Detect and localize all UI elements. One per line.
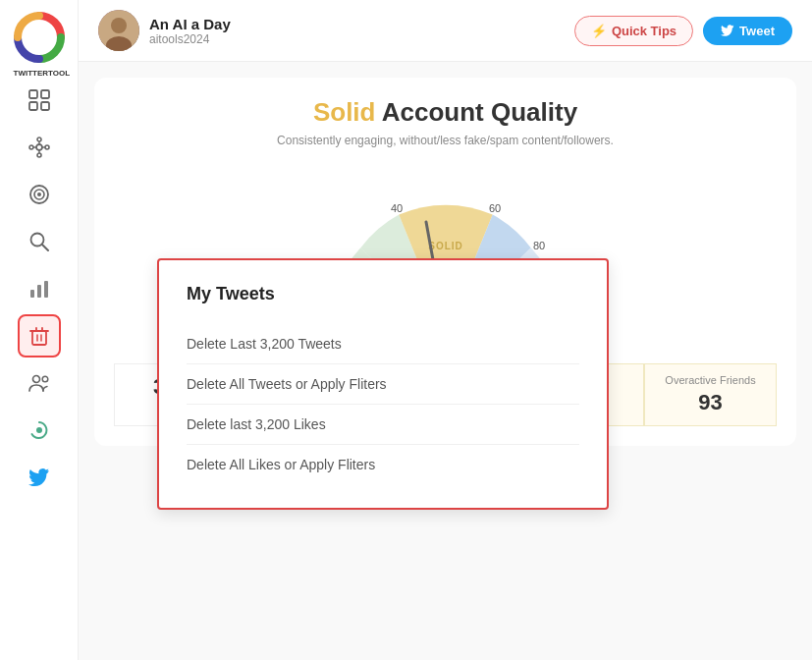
quality-title: Solid Account Quality (114, 97, 777, 128)
avatar (98, 10, 139, 51)
sidebar-item-twitter[interactable] (18, 456, 61, 499)
sidebar: TWITTERTOOL (0, 0, 79, 660)
tweet-button[interactable]: Tweet (703, 17, 792, 45)
svg-point-7 (37, 138, 41, 141)
tweet-label: Tweet (739, 24, 775, 38)
svg-rect-20 (30, 290, 34, 298)
svg-text:80: 80 (532, 240, 544, 251)
svg-point-6 (36, 144, 42, 150)
popup-title: My Tweets (187, 284, 579, 304)
sidebar-item-analytics[interactable] (18, 267, 61, 310)
sidebar-item-search[interactable] (18, 220, 61, 263)
svg-text:40: 40 (390, 202, 402, 214)
user-name: An AI a Day (149, 16, 231, 32)
content-area: Solid Account Quality Consistently engag… (79, 62, 812, 660)
svg-rect-5 (41, 102, 49, 110)
sidebar-item-delete[interactable] (18, 314, 61, 358)
quick-tips-button[interactable]: ⚡ Quick Tips (574, 16, 693, 46)
svg-rect-3 (41, 90, 49, 98)
overactive-label: Overactive Friends (653, 374, 768, 386)
svg-point-1 (29, 28, 49, 47)
svg-point-9 (29, 145, 33, 149)
user-handle: aitools2024 (149, 32, 231, 46)
svg-point-31 (36, 427, 42, 433)
svg-point-33 (111, 18, 127, 33)
header: An AI a Day aitools2024 ⚡ Quick Tips Twe… (79, 0, 812, 62)
popup-item-3[interactable]: Delete All Likes or Apply Fliters (187, 445, 579, 484)
quality-solid-text: Solid (313, 97, 376, 127)
svg-rect-22 (44, 281, 48, 298)
popup-item-2[interactable]: Delete last 3,200 Likes (187, 405, 579, 445)
user-info: An AI a Day aitools2024 (149, 16, 231, 46)
tweets-popup: My Tweets Delete Last 3,200 Tweets Delet… (157, 258, 609, 510)
svg-point-17 (37, 192, 41, 196)
svg-rect-2 (29, 90, 37, 98)
sidebar-item-target[interactable] (18, 173, 61, 216)
overactive-value: 93 (653, 390, 768, 415)
svg-point-10 (45, 145, 49, 149)
svg-point-30 (42, 376, 48, 382)
twitter-icon (721, 24, 734, 37)
svg-rect-4 (29, 102, 37, 110)
quality-account-text: Account Quality (382, 97, 577, 127)
sidebar-item-dashboard[interactable] (18, 79, 61, 122)
user-profile: An AI a Day aitools2024 (98, 10, 231, 51)
main-content: An AI a Day aitools2024 ⚡ Quick Tips Twe… (79, 0, 812, 660)
sidebar-item-network[interactable] (18, 126, 61, 169)
svg-rect-21 (37, 285, 41, 298)
sidebar-item-circleboom[interactable] (18, 409, 61, 452)
popup-item-0[interactable]: Delete Last 3,200 Tweets (187, 324, 579, 364)
quality-subtitle: Consistently engaging, without/less fake… (114, 134, 777, 147)
svg-point-8 (37, 153, 41, 157)
header-buttons: ⚡ Quick Tips Tweet (574, 16, 792, 46)
stat-overactive: Overactive Friends 93 (644, 363, 777, 426)
sidebar-item-users[interactable] (18, 361, 61, 405)
svg-point-29 (32, 376, 39, 383)
svg-text:SOLID: SOLID (428, 241, 463, 251)
app-logo[interactable]: TWITTERTOOL (14, 12, 65, 63)
popup-item-1[interactable]: Delete All Tweets or Apply Fliters (187, 364, 579, 405)
svg-text:60: 60 (488, 202, 500, 214)
quick-tips-label: Quick Tips (612, 24, 677, 38)
svg-rect-23 (32, 331, 46, 345)
quick-tips-icon: ⚡ (591, 24, 607, 38)
svg-line-19 (42, 245, 48, 250)
